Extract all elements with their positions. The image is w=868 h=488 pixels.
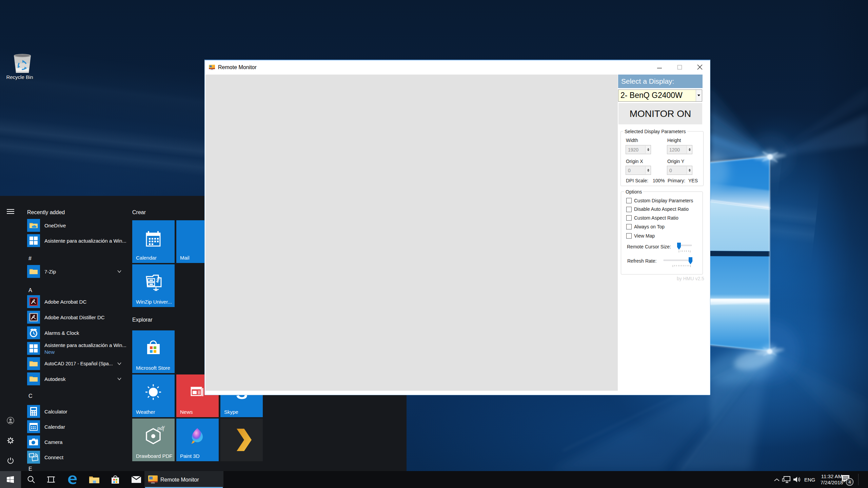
svg-text:pdf: pdf bbox=[157, 425, 165, 431]
svg-text:4: 4 bbox=[848, 480, 851, 485]
